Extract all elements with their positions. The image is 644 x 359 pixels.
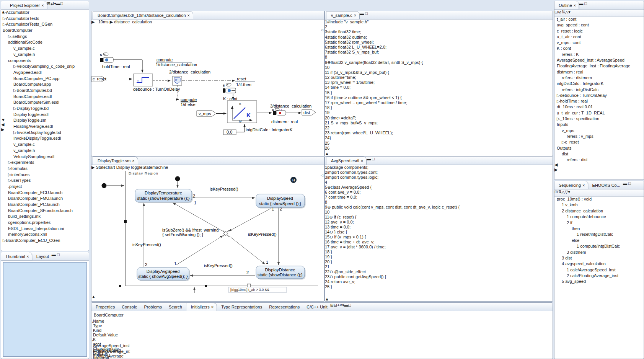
maximize-icon[interactable]: □ <box>372 157 375 161</box>
state-display-distance[interactable]: DisplayDistance static {showDistance ();… <box>256 266 306 280</box>
maximize-icon[interactable]: □ <box>349 303 351 307</box>
tree-item[interactable]: BoardComputer_SFunction.launch <box>1 208 84 214</box>
outline-item[interactable]: t_air : cont <box>554 16 639 22</box>
fold-marker[interactable]: ⊖ <box>329 215 333 219</box>
column-header-type[interactable]: Type <box>93 323 140 328</box>
tree-item[interactable]: DisplayToggle.sm <box>1 117 84 124</box>
sequencing-item[interactable]: 2 calc/FloatingAverage_inst <box>554 273 639 279</box>
tab-representations[interactable]: Representations <box>265 303 302 311</box>
tree-item[interactable]: v_sample.c <box>1 142 84 148</box>
tree-item[interactable]: ▷Accumulator <box>1 10 84 16</box>
tree-item[interactable]: ▷AccumulatorTests <box>1 16 84 22</box>
initial-state-region[interactable] <box>175 176 180 181</box>
sequencing-item[interactable]: 3 distmem <box>554 250 639 255</box>
outline-item[interactable]: FloatingAverage_inst : FloatingAverage <box>554 63 639 69</box>
tree-item[interactable]: additionalSrcCode <box>1 39 84 46</box>
trigger-guard-label[interactable]: [trigg10ms] t_air > 3.0 && <box>228 287 287 292</box>
tab-layout[interactable]: Layout <box>32 252 52 260</box>
table-row[interactable]: distmemrealVariable(0.0) <box>93 355 547 359</box>
minimize-icon[interactable]: ▬ <box>52 252 56 257</box>
state-display-temperature[interactable]: DisplayTemperature static {showTemperatu… <box>135 189 193 203</box>
minimize-icon[interactable]: ▬ <box>623 181 627 186</box>
new-icon[interactable]: ⊞ <box>554 189 558 194</box>
maximize-icon[interactable]: □ <box>584 1 587 6</box>
close-icon[interactable]: × <box>354 13 356 18</box>
sequencing-item[interactable]: 2 if <box>554 220 639 226</box>
sequencing-item[interactable]: 1 calc/AverageSpeed_inst <box>554 267 639 273</box>
c-reset-port[interactable]: c_reset <box>92 76 106 82</box>
if-block[interactable]: IF <box>173 76 182 85</box>
collapse-left-icon[interactable]: ◁ <box>321 173 323 177</box>
outline-item[interactable]: ▷debounce : TurnOnDelay <box>554 93 639 98</box>
outline-item[interactable]: dist <box>554 151 639 157</box>
state-display-speed[interactable]: DisplaySpeed static { showSpeed ();} <box>256 194 306 209</box>
holdtime-element[interactable]: S holdTime : real <box>100 53 130 69</box>
tree-item[interactable]: ▷BoardComputer.bd <box>1 88 84 94</box>
outline-item[interactable]: K : cont <box>554 46 639 51</box>
sequencing-item[interactable]: 1 compute/debounce <box>554 214 639 220</box>
c-source-editor[interactable]: 1#include "v_sample.h"23static float32 t… <box>325 20 553 151</box>
tree-item[interactable]: ▷formulas <box>1 166 84 172</box>
tree-item[interactable]: DisplayToggle.esdl <box>1 112 84 118</box>
tab-boardcomputer-bd[interactable]: BoardComputer.bd/_10ms/distance_calculat… <box>93 11 193 19</box>
tree-item[interactable]: ▷userTypes <box>1 178 84 184</box>
table-row[interactable]: KcontCharacteristic0.001 <box>93 337 547 343</box>
tree-item[interactable]: BoardComputer <box>1 28 84 34</box>
sequencing-item[interactable]: proc_10ms() : void <box>554 196 639 202</box>
fold-marker[interactable]: ⊖ <box>327 60 331 65</box>
fold-marker[interactable]: ⊖ <box>327 185 331 189</box>
tree-item[interactable]: .project <box>1 184 84 190</box>
tab-sequencing[interactable]: Sequencing × <box>554 181 588 189</box>
up-icon[interactable]: △ <box>561 189 564 194</box>
statechart-canvas[interactable]: Display Region H isKeyPressed() 2 1 <box>91 170 318 294</box>
close-icon[interactable]: × <box>211 305 214 309</box>
table-row[interactable]: AverageSpeed_instAverageSpeedVariable<de… <box>93 343 547 349</box>
v-mps-port[interactable]: v_mps <box>197 111 216 116</box>
tab-displaytoggle-sm[interactable]: DisplayToggle.sm × <box>93 157 138 165</box>
close-icon[interactable]: × <box>132 158 134 163</box>
tab-thumbnail[interactable]: Thumbnail × <box>1 252 32 260</box>
tab-properties[interactable]: Properties <box>91 303 117 311</box>
tree-item[interactable]: ▷interfaces <box>1 172 84 178</box>
outline-item[interactable]: avg_speed : cont <box>554 22 639 28</box>
outline-item[interactable]: c_reset : logic <box>554 28 639 34</box>
minimize-icon[interactable]: ▬ <box>360 11 364 16</box>
outline-item[interactable]: v_mps <box>554 128 639 134</box>
tree-item[interactable]: ▷AccumulatorTests_CGen <box>1 21 84 28</box>
fold-marker[interactable]: ⊖ <box>327 205 331 209</box>
sequencing-item[interactable]: else <box>554 238 639 243</box>
minimize-icon[interactable]: ▬ <box>579 1 583 6</box>
close-icon[interactable]: × <box>41 3 44 8</box>
junction[interactable] <box>223 230 229 237</box>
tab-type-representations[interactable]: Type Representations <box>217 303 265 311</box>
outline-item[interactable]: refers : dist <box>554 157 639 163</box>
view-menu-icon[interactable]: ▾ <box>568 10 571 14</box>
tree-item[interactable]: ▷BoardComputer_ECU_CGen <box>1 238 84 244</box>
outline-item[interactable]: ▷holdTime : real <box>554 98 639 104</box>
tab-console[interactable]: Console <box>117 303 140 311</box>
tree-item[interactable]: ▷InvokeDisplayToggle.bd <box>1 130 84 136</box>
collapse-grid-icon[interactable]: ⊟ <box>334 303 337 307</box>
table-row[interactable]: FloatingAverage_in:FloatingAverageVariab… <box>93 349 547 355</box>
outline-item[interactable]: refers : intgDistCalc <box>554 87 639 93</box>
maximize-icon[interactable]: □ <box>365 11 368 16</box>
tab-v-sample-c[interactable]: v_sample.c × <box>326 11 360 19</box>
zero-constant[interactable]: 0.0 <box>223 130 236 135</box>
close-icon[interactable]: × <box>582 183 585 188</box>
link-with-editor-icon[interactable]: ⇄ <box>51 1 54 6</box>
outline-item[interactable]: ▷_10ms : specification <box>554 116 639 122</box>
outline-item[interactable]: refers : v_mps <box>554 134 639 139</box>
tree-item[interactable]: InvokeDisplayToggle.esdl <box>1 135 84 142</box>
reset-annotation[interactable]: reset 1/if-then <box>235 77 255 87</box>
thumbnail-preview[interactable] <box>3 262 87 357</box>
tree-item[interactable]: AvgSpeed.esdl <box>1 70 84 76</box>
breadcrumb-expand-icon[interactable]: ▶ <box>91 20 95 24</box>
close-icon[interactable]: × <box>574 3 576 8</box>
breadcrumb-expand-icon[interactable]: ▶ <box>91 165 95 170</box>
close-icon[interactable]: × <box>187 13 190 18</box>
tree-item[interactable]: v_sample.h <box>1 52 84 58</box>
sequencing-item[interactable]: 4 avgspeed_calculation <box>554 261 639 267</box>
tab-ehooks[interactable]: EHOOKS Co... <box>588 181 623 189</box>
close-icon[interactable]: × <box>361 158 363 163</box>
sm-vscrollbar[interactable]: ▲ <box>91 294 324 302</box>
